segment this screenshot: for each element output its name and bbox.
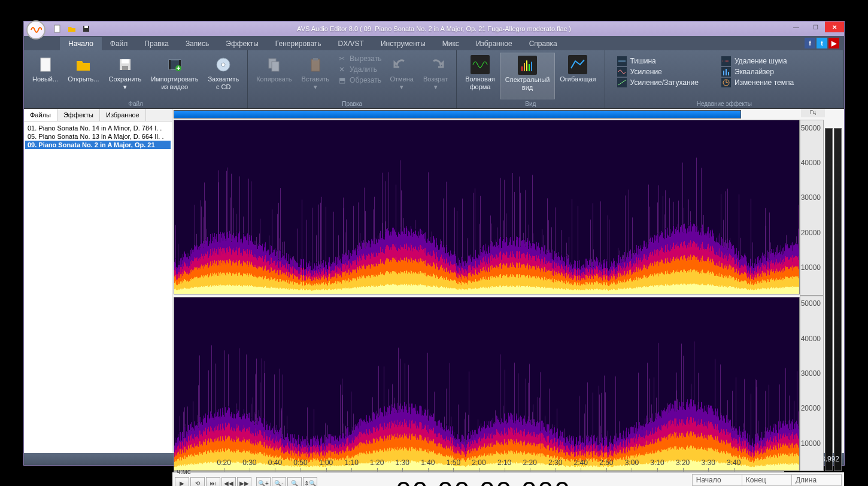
zoom-in-button[interactable]: 🔍+ <box>256 477 271 487</box>
effect-equalizer[interactable]: Эквалайзер <box>721 67 794 77</box>
forward-button[interactable]: ▶▶ <box>237 477 251 487</box>
copy-button[interactable]: Копировать <box>251 53 296 99</box>
svg-rect-15 <box>311 59 320 71</box>
loop-button[interactable]: ⟲ <box>190 477 205 487</box>
svg-rect-18 <box>524 63 525 71</box>
facebook-icon[interactable]: f <box>805 38 815 48</box>
meter-left <box>825 128 833 471</box>
tab-dxvst[interactable]: DX/VST <box>330 37 372 50</box>
timeline[interactable]: ч:мс 0:200:300:400:501:001:101:201:301:4… <box>174 471 784 472</box>
minimize-button[interactable]: — <box>787 22 806 32</box>
group-label-file: Файл <box>28 99 244 108</box>
spectral-button[interactable]: Спектральныйвид <box>500 53 556 99</box>
svg-rect-14 <box>272 62 279 71</box>
svg-rect-30 <box>728 72 729 75</box>
import-video-button[interactable]: Импортироватьиз видео <box>146 53 203 99</box>
tab-favorites[interactable]: Избранное <box>468 37 521 50</box>
svg-point-12 <box>221 63 225 66</box>
tab-generate[interactable]: Генерировать <box>267 37 330 50</box>
sidetab-files[interactable]: Файлы <box>24 109 57 121</box>
channel-right[interactable] <box>174 297 800 472</box>
sidebar-tabs: Файлы Эффекты Избранное <box>24 109 172 122</box>
th-length: Длина <box>791 474 841 485</box>
play-button[interactable]: ▶ <box>175 477 189 487</box>
file-item[interactable]: 05. Piano Sonata No. 13 in A Major, D. 6… <box>25 132 171 141</box>
window-controls: — ☐ ✕ <box>787 22 844 32</box>
social-links: f t ▶ <box>805 38 839 48</box>
youtube-icon[interactable]: ▶ <box>828 38 839 48</box>
group-label-edit: Правка <box>251 99 453 108</box>
content-area: Файлы Эффекты Избранное 01. Piano Sonata… <box>24 109 844 453</box>
envelope-button[interactable]: Огибающая <box>555 53 600 99</box>
group-label-recent: Недавние эффекты <box>609 99 840 108</box>
ribbon-group-file: Новый... Открыть... Сохранить▾ Импортиро… <box>24 50 248 108</box>
sidetab-effects[interactable]: Эффекты <box>57 109 100 121</box>
tab-file[interactable]: Файл <box>102 37 136 50</box>
tab-effects[interactable]: Эффекты <box>217 37 267 50</box>
th-start: Начало <box>692 474 742 485</box>
svg-rect-17 <box>521 66 523 71</box>
transport-buttons: ▶ ⟲ ⏭ ◀◀ ▶▶ ■ ⏸ ● ⏮ ⏭ <box>175 477 251 487</box>
svg-rect-8 <box>169 60 171 69</box>
trim-button[interactable]: ⬒Обрезать <box>338 75 381 85</box>
redo-button[interactable]: Возврат▾ <box>418 53 453 99</box>
effect-silence[interactable]: Тишина <box>617 56 699 66</box>
rewind-button[interactable]: ◀◀ <box>221 477 236 487</box>
paste-button[interactable]: Вставить▾ <box>296 53 334 99</box>
titlebar[interactable]: AVS Audio Editor 8.0 ( 09. Piano Sonata … <box>24 22 844 36</box>
open-button[interactable]: Открыть... <box>63 53 104 99</box>
tab-tools[interactable]: Инструменты <box>372 37 434 50</box>
ribbon: Новый... Открыть... Сохранить▾ Импортиро… <box>24 50 844 109</box>
delete-button[interactable]: ✕Удалить <box>338 65 381 74</box>
svg-rect-16 <box>313 58 318 60</box>
zoom-sel-button[interactable]: ⇕🔍 <box>303 477 317 487</box>
sidetab-favorites[interactable]: Избранное <box>100 109 146 121</box>
tab-home[interactable]: Начало <box>60 37 102 50</box>
file-item[interactable]: 01. Piano Sonata No. 14 in A Minor, D. 7… <box>25 124 171 132</box>
file-item[interactable]: 09. Piano Sonata No. 2 in A Major, Op. 2… <box>25 141 171 149</box>
svg-rect-19 <box>526 60 527 71</box>
new-button[interactable]: Новый... <box>28 53 63 99</box>
spectrogram-area: 5000040000300002000010000 50000400003000… <box>174 120 843 471</box>
close-button[interactable]: ✕ <box>825 22 844 32</box>
ribbon-group-view: Волноваяформа Спектральныйвид Огибающая … <box>457 50 605 108</box>
channel-left[interactable] <box>174 120 800 294</box>
effect-denoise[interactable]: Удаление шума <box>721 56 794 66</box>
app-icon[interactable] <box>26 20 45 40</box>
freq-unit-label: Гц <box>801 109 825 117</box>
next-button[interactable]: ⏭ <box>206 477 220 487</box>
frequency-scale: 5000040000300002000010000 50000400003000… <box>800 120 824 471</box>
tab-edit[interactable]: Правка <box>136 37 177 50</box>
overview-bar[interactable] <box>174 110 741 119</box>
time-display: 00:00:00.000 <box>322 475 645 487</box>
svg-rect-28 <box>723 71 724 75</box>
transport-panel: ▶ ⟲ ⏭ ◀◀ ▶▶ ■ ⏸ ● ⏮ ⏭ <box>172 472 844 486</box>
zoom-out-button[interactable]: 🔍- <box>272 477 286 487</box>
level-meters <box>824 120 843 471</box>
twitter-icon[interactable]: t <box>817 38 827 48</box>
tab-record[interactable]: Запись <box>177 37 217 50</box>
app-window: AVS Audio Editor 8.0 ( 09. Piano Sonata … <box>23 21 845 466</box>
save-button[interactable]: Сохранить▾ <box>104 53 147 99</box>
tab-mix[interactable]: Микс <box>434 37 468 50</box>
tab-help[interactable]: Справка <box>521 37 566 50</box>
svg-rect-29 <box>726 69 727 75</box>
effect-amplify[interactable]: Усиление <box>617 67 699 77</box>
maximize-button[interactable]: ☐ <box>806 22 825 32</box>
effect-fade[interactable]: Усиление/Затухание <box>617 78 699 87</box>
zoom-fit-button[interactable]: 🔍 <box>287 477 302 487</box>
time-table: Начало Конец Длина Выделено 00:00:00.000… <box>650 474 842 487</box>
undo-button[interactable]: Отмена▾ <box>385 53 418 99</box>
ribbon-tabs: Начало Файл Правка Запись Эффекты Генери… <box>24 36 844 50</box>
cut-button[interactable]: ✂Вырезать <box>338 54 381 63</box>
group-label-view: Вид <box>460 99 600 108</box>
waveform-button[interactable]: Волноваяформа <box>460 53 500 99</box>
channels[interactable] <box>174 120 800 471</box>
svg-rect-6 <box>122 66 128 70</box>
svg-rect-20 <box>529 64 530 71</box>
file-list[interactable]: 01. Piano Sonata No. 14 in A Minor, D. 7… <box>24 122 172 453</box>
svg-rect-3 <box>41 58 50 71</box>
svg-rect-21 <box>531 62 532 71</box>
grab-cd-button[interactable]: Захватитьс CD <box>203 53 244 99</box>
effect-tempo[interactable]: Изменение темпа <box>721 78 794 87</box>
